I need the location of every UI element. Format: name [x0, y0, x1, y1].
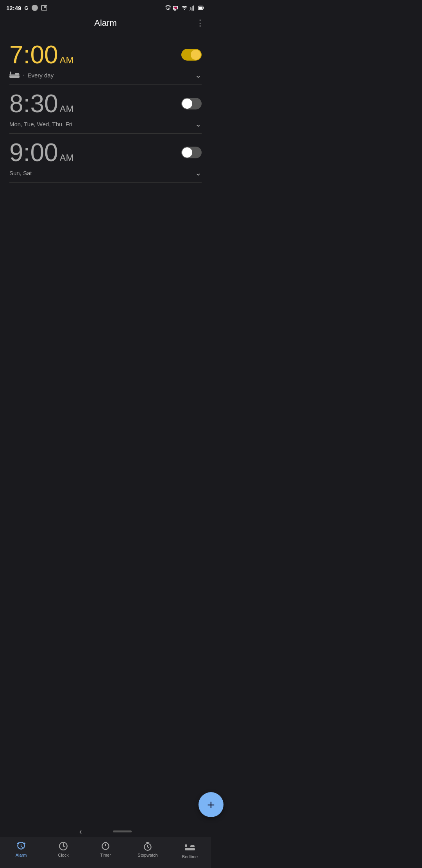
status-bar: 12:49 G [0, 0, 211, 14]
alarm-minute-1: 30 [30, 90, 58, 118]
status-time: 12:49 [6, 5, 21, 11]
alarm-ampm-2: AM [60, 152, 74, 163]
battery-icon [198, 5, 205, 11]
page-title: Alarm [94, 18, 116, 28]
alarm-minute-0: 00 [30, 41, 58, 69]
alarm-bottom-row-0: · Every day ⌄ [9, 70, 202, 80]
alarm-bottom-row-2: Sun, Sat ⌄ [9, 168, 202, 178]
alarm-hour-2: 9 [9, 138, 23, 167]
alarm-hour-0: 7 [9, 41, 23, 69]
alarm-expand-1[interactable]: ⌄ [195, 119, 202, 129]
cast-icon [173, 5, 179, 11]
alarm-colon-0: : [23, 41, 30, 69]
alarm-expand-2[interactable]: ⌄ [195, 168, 202, 178]
alarm-status-icon [165, 5, 171, 11]
alarm-repeat-label-1: Mon, Tue, Wed, Thu, Fri [9, 121, 72, 127]
alarm-expand-0[interactable]: ⌄ [195, 70, 202, 80]
alarm-minute-2: 00 [30, 138, 58, 167]
signal-icon [190, 5, 196, 11]
alarm-ampm-0: AM [60, 55, 74, 65]
alarm-toggle-2[interactable] [181, 147, 202, 158]
svg-rect-7 [15, 73, 19, 75]
svg-rect-3 [199, 7, 202, 9]
alarm-list: 7:00AM · Every day ⌄ [0, 32, 211, 183]
alarm-repeat-2[interactable]: Sun, Sat [9, 170, 32, 176]
bed-icon-0 [9, 72, 20, 79]
alarm-repeat-0[interactable]: · Every day [9, 72, 54, 79]
svg-rect-6 [10, 72, 11, 75]
alarm-hour-1: 8 [9, 90, 23, 118]
alarm-item-2: 9:00AM Sun, Sat ⌄ [9, 134, 202, 183]
alarm-toggle-0[interactable] [181, 49, 202, 61]
alarm-top-row-1: 8:30AM [9, 91, 202, 116]
alarm-item-0: 7:00AM · Every day ⌄ [9, 36, 202, 85]
toggle-knob-0 [191, 50, 201, 60]
alarm-colon-2: : [23, 138, 30, 167]
alarm-item-1: 8:30AM Mon, Tue, Wed, Thu, Fri ⌄ [9, 85, 202, 134]
status-right [165, 5, 205, 11]
alarm-repeat-label-0: Every day [27, 72, 54, 79]
alarm-repeat-label-2: Sun, Sat [9, 170, 32, 176]
wifi-icon [181, 5, 188, 11]
alarm-top-row-2: 9:00AM [9, 140, 202, 165]
alarm-dot-0: · [23, 72, 24, 79]
status-left: 12:49 G [6, 5, 47, 11]
google-icon: G [24, 5, 28, 11]
alarm-top-row-0: 7:00AM [9, 42, 202, 67]
alarm-time-2[interactable]: 9:00AM [9, 140, 74, 165]
alarm-bottom-row-1: Mon, Tue, Wed, Thu, Fri ⌄ [9, 119, 202, 129]
circle-icon [32, 5, 38, 11]
alarm-repeat-1[interactable]: Mon, Tue, Wed, Thu, Fri [9, 121, 72, 127]
square-icon [41, 5, 47, 11]
alarm-ampm-1: AM [60, 104, 74, 114]
alarm-time-1[interactable]: 8:30AM [9, 91, 74, 116]
alarm-time-0[interactable]: 7:00AM [9, 42, 74, 67]
alarm-colon-1: : [23, 90, 30, 118]
toggle-knob-1 [182, 99, 192, 109]
toggle-knob-2 [182, 147, 192, 158]
more-options-button[interactable]: ⋮ [196, 18, 205, 28]
top-bar: Alarm ⋮ [0, 14, 211, 32]
alarm-toggle-1[interactable] [181, 98, 202, 109]
